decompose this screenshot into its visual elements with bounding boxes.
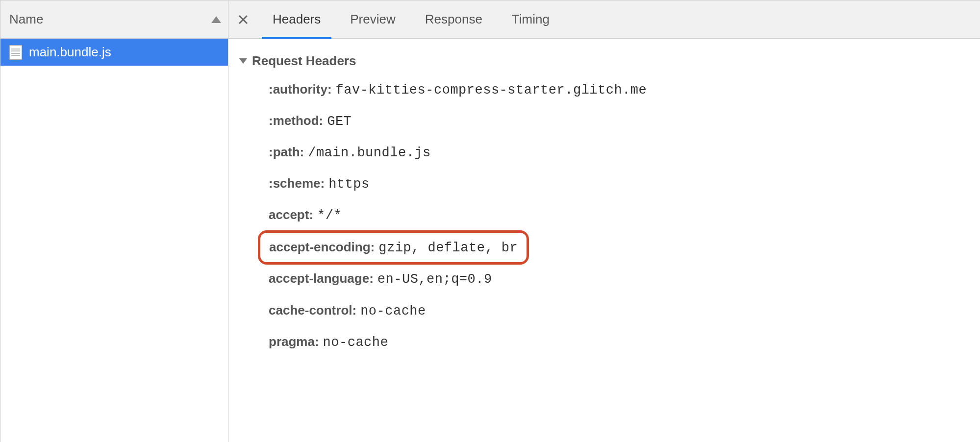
close-icon xyxy=(238,15,248,25)
tab-label: Response xyxy=(425,12,482,27)
header-name: :authority: xyxy=(269,81,332,98)
header-name: accept: xyxy=(269,207,313,223)
tab-label: Headers xyxy=(273,12,321,27)
request-details: Headers Preview Response Timing Request … xyxy=(228,0,980,442)
header-pragma: pragma: no-cache xyxy=(269,334,970,351)
tab-label: Preview xyxy=(350,12,395,27)
tab-timing[interactable]: Timing xyxy=(497,0,564,38)
tab-headers[interactable]: Headers xyxy=(258,0,335,38)
request-headers-list: :authority: fav-kitties-compress-starter… xyxy=(239,81,970,351)
disclosure-triangle-icon xyxy=(239,58,247,64)
details-tabs: Headers Preview Response Timing xyxy=(228,0,980,39)
header-value: */* xyxy=(317,207,342,224)
header-accept-language: accept-language: en-US,en;q=0.9 xyxy=(269,270,970,288)
request-headers-section[interactable]: Request Headers xyxy=(239,53,970,69)
header-value: gzip, deflate, br xyxy=(378,241,518,255)
sort-ascending-icon xyxy=(211,16,221,23)
request-row-main-bundle[interactable]: main.bundle.js xyxy=(0,39,228,66)
header-cache-control: cache-control: no-cache xyxy=(269,302,970,320)
request-list-sidebar: Name main.bundle.js xyxy=(0,0,228,442)
header-name: :path: xyxy=(269,144,304,161)
column-header-label: Name xyxy=(9,12,43,27)
tab-preview[interactable]: Preview xyxy=(335,0,410,38)
devtools-network-panel: Name main.bundle.js Headers xyxy=(0,0,980,442)
header-authority: :authority: fav-kitties-compress-starter… xyxy=(269,81,970,99)
header-value: fav-kitties-compress-starter.glitch.me xyxy=(336,82,647,99)
header-value: /main.bundle.js xyxy=(308,145,431,162)
column-header-name[interactable]: Name xyxy=(0,0,228,39)
header-method: :method: GET xyxy=(269,113,970,130)
header-accept-encoding-highlight: accept-encoding: gzip, deflate, br xyxy=(258,230,529,265)
header-value: en-US,en;q=0.9 xyxy=(377,271,492,288)
header-name: :scheme: xyxy=(269,175,325,192)
section-title-label: Request Headers xyxy=(252,53,356,69)
header-scheme: :scheme: https xyxy=(269,175,970,193)
header-value: https xyxy=(328,176,370,193)
header-value: no-cache xyxy=(360,303,426,320)
header-name: cache-control: xyxy=(269,302,356,319)
header-name: pragma: xyxy=(269,334,319,350)
header-path: :path: /main.bundle.js xyxy=(269,144,970,162)
tab-label: Timing xyxy=(512,12,550,27)
header-name: accept-encoding: xyxy=(269,240,375,255)
header-accept: accept: */* xyxy=(269,207,970,224)
header-name: :method: xyxy=(269,113,323,129)
tab-response[interactable]: Response xyxy=(410,0,497,38)
highlighted-header-wrap: accept-encoding: gzip, deflate, br xyxy=(269,230,970,265)
file-icon xyxy=(9,45,22,60)
header-value: no-cache xyxy=(323,334,389,351)
headers-panel: Request Headers :authority: fav-kitties-… xyxy=(228,39,980,361)
header-value: GET xyxy=(327,113,352,130)
header-name: accept-language: xyxy=(269,270,374,287)
close-button[interactable] xyxy=(228,15,258,25)
request-filename: main.bundle.js xyxy=(29,45,111,60)
